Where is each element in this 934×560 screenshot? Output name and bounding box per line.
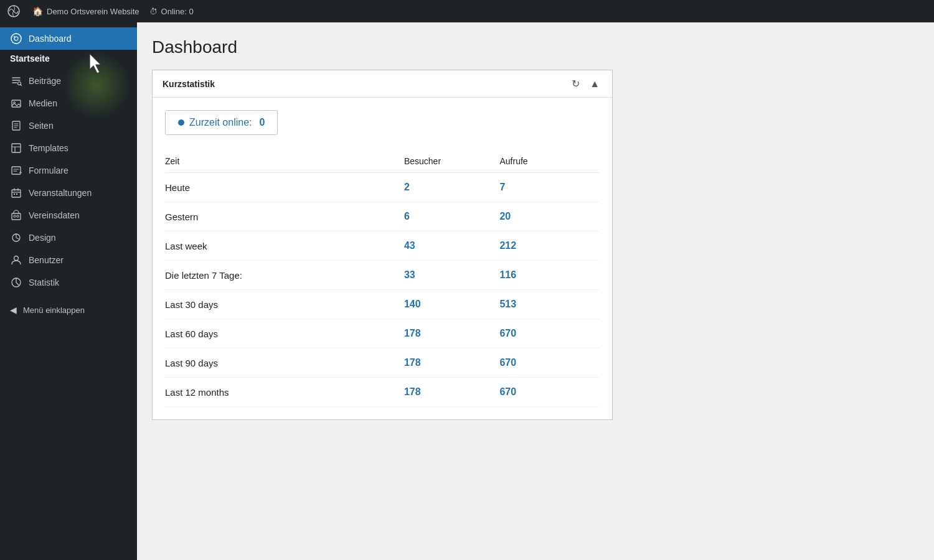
sidebar-item-startseite[interactable]: Startseite — [0, 50, 137, 70]
svg-rect-11 — [16, 194, 17, 195]
sidebar-item-beitraege[interactable]: Beiträge — [0, 70, 137, 92]
wp-logo-icon[interactable] — [5, 2, 22, 20]
sidebar-item-startseite-label: Startseite — [10, 54, 50, 63]
svg-rect-4 — [12, 100, 21, 107]
seiten-icon — [10, 119, 22, 132]
sidebar-item-statistik[interactable]: Statistik — [0, 271, 137, 294]
medien-icon — [10, 97, 22, 110]
cell-besucher[interactable]: 178 — [404, 319, 500, 348]
admin-bar-online: ⏱ Online: 0 — [149, 7, 194, 16]
cell-zeit: Heute — [165, 173, 404, 202]
cell-zeit: Gestern — [165, 202, 404, 231]
cell-besucher[interactable]: 43 — [404, 231, 500, 261]
veranstaltungen-icon — [10, 187, 22, 199]
benutzer-icon — [10, 254, 22, 266]
beitraege-icon — [10, 75, 22, 87]
admin-bar: 🏠 Demo Ortsverein Website ⏱ Online: 0 — [0, 0, 934, 22]
table-row: Gestern 6 20 — [165, 202, 600, 231]
cell-zeit: Last week — [165, 231, 404, 261]
sidebar-item-vereinsdaten[interactable]: Vereinsdaten — [0, 204, 137, 226]
site-name-label: Demo Ortsverein Website — [47, 7, 139, 16]
admin-bar-site[interactable]: 🏠 Demo Ortsverein Website — [32, 6, 139, 16]
stats-table: Zeit Besucher Aufrufe Heute 2 7 Gestern … — [165, 150, 600, 407]
col-header-aufrufe: Aufrufe — [499, 150, 600, 173]
sidebar-item-seiten[interactable]: Seiten — [0, 114, 137, 137]
cell-zeit: Last 90 days — [165, 348, 404, 378]
sidebar-item-beitraege-label: Beiträge — [29, 76, 61, 86]
cell-besucher[interactable]: 140 — [404, 290, 500, 319]
svg-point-16 — [14, 256, 19, 261]
cell-zeit: Last 60 days — [165, 319, 404, 348]
online-badge-label: Zurzeit online: — [189, 117, 252, 128]
sidebar-item-benutzer-label: Benutzer — [29, 255, 64, 265]
online-badge: Zurzeit online: 0 — [165, 110, 278, 135]
cell-besucher[interactable]: 178 — [404, 378, 500, 407]
col-header-zeit: Zeit — [165, 150, 404, 173]
svg-rect-8 — [12, 167, 21, 174]
sidebar-collapse-button[interactable]: ◀ Menü einklappen — [0, 299, 137, 321]
cell-aufrufe[interactable]: 20 — [499, 202, 600, 231]
cell-zeit: Last 30 days — [165, 290, 404, 319]
sidebar-menu: Dashboard Startseite Beiträge — [0, 22, 137, 321]
cell-zeit: Die letzten 7 Tage: — [165, 261, 404, 290]
cell-aufrufe[interactable]: 670 — [499, 378, 600, 407]
design-icon — [10, 231, 22, 244]
svg-rect-12 — [12, 213, 21, 220]
cell-aufrufe[interactable]: 670 — [499, 348, 600, 378]
table-row: Die letzten 7 Tage: 33 116 — [165, 261, 600, 290]
svg-rect-10 — [14, 194, 15, 195]
online-badge-count: 0 — [260, 117, 265, 128]
sidebar-item-templates[interactable]: Templates — [0, 137, 137, 159]
home-icon: 🏠 — [32, 6, 43, 16]
sidebar-item-formulare-label: Formulare — [29, 166, 68, 175]
cell-aufrufe[interactable]: 7 — [499, 173, 600, 202]
sidebar-item-veranstaltungen[interactable]: Veranstaltungen — [0, 182, 137, 204]
templates-icon — [10, 142, 22, 154]
widget-header: Kurzstatistik ↻ ▲ — [153, 70, 612, 98]
sidebar-item-design[interactable]: Design — [0, 226, 137, 249]
table-row: Last 12 months 178 670 — [165, 378, 600, 407]
sidebar-item-templates-label: Templates — [29, 143, 68, 153]
cell-aufrufe[interactable]: 116 — [499, 261, 600, 290]
sidebar-item-benutzer[interactable]: Benutzer — [0, 249, 137, 271]
dashboard-icon — [10, 32, 22, 45]
sidebar-item-dashboard-label: Dashboard — [29, 34, 72, 44]
cell-besucher[interactable]: 33 — [404, 261, 500, 290]
col-header-besucher: Besucher — [404, 150, 500, 173]
sidebar-item-medien[interactable]: Medien — [0, 92, 137, 114]
widget-title: Kurzstatistik — [163, 79, 215, 89]
statistik-icon — [10, 276, 22, 289]
cell-aufrufe[interactable]: 513 — [499, 290, 600, 319]
sidebar-item-dashboard[interactable]: Dashboard — [0, 27, 137, 50]
cell-besucher[interactable]: 178 — [404, 348, 500, 378]
collapse-label: Menü einklappen — [23, 306, 85, 315]
widget-refresh-button[interactable]: ↻ — [569, 77, 582, 91]
cell-aufrufe[interactable]: 670 — [499, 319, 600, 348]
cell-besucher[interactable]: 2 — [404, 173, 500, 202]
table-row: Last 90 days 178 670 — [165, 348, 600, 378]
kurzstatistik-widget: Kurzstatistik ↻ ▲ Zurzeit online: 0 — [152, 70, 613, 420]
cell-zeit: Last 12 months — [165, 378, 404, 407]
svg-rect-14 — [17, 215, 19, 217]
sidebar-item-vereinsdaten-label: Vereinsdaten — [29, 210, 80, 220]
table-row: Last 30 days 140 513 — [165, 290, 600, 319]
svg-rect-13 — [14, 215, 16, 217]
cell-besucher[interactable]: 6 — [404, 202, 500, 231]
table-row: Last week 43 212 — [165, 231, 600, 261]
sidebar-item-seiten-label: Seiten — [29, 121, 54, 131]
sidebar-item-statistik-label: Statistik — [29, 278, 59, 287]
sidebar-item-veranstaltungen-label: Veranstaltungen — [29, 188, 92, 198]
collapse-icon: ◀ — [10, 305, 17, 315]
main-content: Dashboard Kurzstatistik ↻ ▲ Zurzeit onli… — [137, 22, 934, 560]
svg-point-1 — [11, 34, 21, 44]
table-row: Last 60 days 178 670 — [165, 319, 600, 348]
vereinsdaten-icon — [10, 209, 22, 222]
widget-collapse-button[interactable]: ▲ — [587, 77, 602, 91]
online-label: Online: 0 — [161, 7, 194, 16]
formulare-icon — [10, 164, 22, 177]
svg-rect-9 — [12, 190, 21, 197]
online-icon: ⏱ — [149, 7, 158, 16]
sidebar-item-formulare[interactable]: Formulare — [0, 159, 137, 182]
svg-rect-7 — [12, 144, 21, 152]
cell-aufrufe[interactable]: 212 — [499, 231, 600, 261]
